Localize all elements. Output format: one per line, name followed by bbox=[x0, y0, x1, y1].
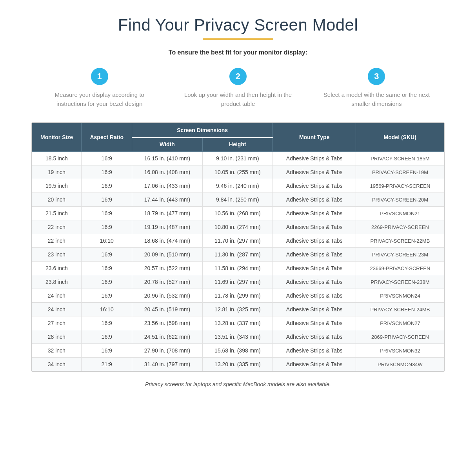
table-row: 22 inch16:919.19 in. (487 mm)10.80 in. (… bbox=[32, 220, 444, 234]
table-cell: Adhesive Strips & Tabs bbox=[273, 262, 356, 275]
product-table-wrapper: Monitor Size Aspect Ratio Screen Dimensi… bbox=[31, 122, 445, 372]
table-cell: 21:9 bbox=[82, 358, 132, 371]
step-1-circle: 1 bbox=[91, 68, 108, 85]
table-cell: 16:9 bbox=[82, 193, 132, 207]
subtitle: To ensure the best fit for your monitor … bbox=[169, 49, 307, 56]
table-row: 21.5 inch16:918.79 in. (477 mm)10.56 in.… bbox=[32, 207, 444, 220]
step-2-circle: 2 bbox=[229, 68, 247, 85]
table-cell: 18.5 inch bbox=[32, 152, 82, 165]
table-cell: PRIVSCNMON32 bbox=[356, 344, 444, 358]
step-1: 1 Measure your display according to inst… bbox=[42, 68, 157, 108]
table-cell: 16:9 bbox=[82, 330, 132, 344]
table-cell: 16:9 bbox=[82, 179, 132, 193]
table-cell: Adhesive Strips & Tabs bbox=[273, 275, 356, 289]
table-cell: PRIVACY-SCREEN-23M bbox=[356, 248, 444, 262]
table-cell: 34 inch bbox=[32, 358, 82, 371]
table-cell: 24 inch bbox=[32, 303, 82, 316]
table-cell: 11.69 in. (297 mm) bbox=[202, 275, 273, 289]
table-cell: Adhesive Strips & Tabs bbox=[273, 234, 356, 248]
table-cell: 11.78 in. (299 mm) bbox=[202, 289, 273, 303]
table-cell: 24.51 in. (622 mm) bbox=[132, 330, 202, 344]
table-cell: 13.28 in. (337 mm) bbox=[202, 316, 273, 330]
table-cell: 20.09 in. (510 mm) bbox=[132, 248, 202, 262]
table-row: 20 inch16:917.44 in. (443 mm)9.84 in. (2… bbox=[32, 193, 444, 207]
table-cell: 23.8 inch bbox=[32, 275, 82, 289]
table-cell: 22 inch bbox=[32, 234, 82, 248]
table-cell: 19 inch bbox=[32, 165, 82, 179]
table-cell: 10.05 in. (255 mm) bbox=[202, 165, 273, 179]
table-cell: 16:9 bbox=[82, 275, 132, 289]
table-cell: 15.68 in. (398 mm) bbox=[202, 344, 273, 358]
table-cell: PRIVACY-SCREEN-238M bbox=[356, 275, 444, 289]
table-cell: 19.5 inch bbox=[32, 179, 82, 193]
table-row: 24 inch16:1020.45 in. (519 mm)12.81 in. … bbox=[32, 303, 444, 316]
table-row: 19.5 inch16:917.06 in. (433 mm)9.46 in. … bbox=[32, 179, 444, 193]
title-divider bbox=[203, 38, 273, 40]
col-header-mount-type: Mount Type bbox=[273, 123, 356, 152]
table-cell: PRIVACY-SCREEN-20M bbox=[356, 193, 444, 207]
table-cell: 11.70 in. (297 mm) bbox=[202, 234, 273, 248]
table-cell: 16:9 bbox=[82, 152, 132, 165]
table-cell: PRIVSCNMON27 bbox=[356, 316, 444, 330]
table-cell: 27 inch bbox=[32, 316, 82, 330]
table-cell: Adhesive Strips & Tabs bbox=[273, 316, 356, 330]
table-cell: 16:9 bbox=[82, 207, 132, 220]
steps-container: 1 Measure your display according to inst… bbox=[42, 68, 434, 108]
table-cell: 13.20 in. (335 mm) bbox=[202, 358, 273, 371]
table-cell: 9.84 in. (250 mm) bbox=[202, 193, 273, 207]
table-cell: Adhesive Strips & Tabs bbox=[273, 330, 356, 344]
table-cell: Adhesive Strips & Tabs bbox=[273, 220, 356, 234]
table-cell: Adhesive Strips & Tabs bbox=[273, 152, 356, 165]
table-cell: 20 inch bbox=[32, 193, 82, 207]
table-row: 18.5 inch16:916.15 in. (410 mm)9.10 in. … bbox=[32, 152, 444, 165]
table-cell: 16:10 bbox=[82, 234, 132, 248]
table-cell: PRIVACY-SCREEN-185M bbox=[356, 152, 444, 165]
step-3-text: Select a model with the same or the next… bbox=[319, 91, 434, 108]
footer-note: Privacy screens for laptops and specific… bbox=[145, 381, 331, 387]
table-cell: 16:10 bbox=[82, 303, 132, 316]
table-cell: 16:9 bbox=[82, 165, 132, 179]
col-header-width: Width bbox=[132, 138, 202, 152]
table-cell: PRIVSCNMON34W bbox=[356, 358, 444, 371]
table-row: 22 inch16:1018.68 in. (474 mm)11.70 in. … bbox=[32, 234, 444, 248]
table-row: 32 inch16:927.90 in. (708 mm)15.68 in. (… bbox=[32, 344, 444, 358]
page-title: Find Your Privacy Screen Model bbox=[118, 16, 358, 35]
table-cell: 23.6 inch bbox=[32, 262, 82, 275]
table-cell: Adhesive Strips & Tabs bbox=[273, 344, 356, 358]
table-row: 27 inch16:923.56 in. (598 mm)13.28 in. (… bbox=[32, 316, 444, 330]
col-header-model-sku: Model (SKU) bbox=[356, 123, 444, 152]
table-cell: 27.90 in. (708 mm) bbox=[132, 344, 202, 358]
table-row: 19 inch16:916.08 in. (408 mm)10.05 in. (… bbox=[32, 165, 444, 179]
table-cell: 19569-PRIVACY-SCREEN bbox=[356, 179, 444, 193]
table-row: 23.8 inch16:920.78 in. (527 mm)11.69 in.… bbox=[32, 275, 444, 289]
table-cell: 19.19 in. (487 mm) bbox=[132, 220, 202, 234]
table-cell: Adhesive Strips & Tabs bbox=[273, 193, 356, 207]
table-cell: 16:9 bbox=[82, 262, 132, 275]
table-cell: PRIVSCNMON21 bbox=[356, 207, 444, 220]
table-cell: 2269-PRIVACY-SCREEN bbox=[356, 220, 444, 234]
table-cell: 23 inch bbox=[32, 248, 82, 262]
table-cell: PRIVACY-SCREEN-24MB bbox=[356, 303, 444, 316]
table-cell: 32 inch bbox=[32, 344, 82, 358]
table-row: 34 inch21:931.40 in. (797 mm)13.20 in. (… bbox=[32, 358, 444, 371]
table-cell: 16:9 bbox=[82, 316, 132, 330]
table-cell: 10.80 in. (274 mm) bbox=[202, 220, 273, 234]
table-cell: 17.06 in. (433 mm) bbox=[132, 179, 202, 193]
col-header-screen-dimensions: Screen Dimensions bbox=[132, 123, 273, 138]
table-cell: 13.51 in. (343 mm) bbox=[202, 330, 273, 344]
table-cell: Adhesive Strips & Tabs bbox=[273, 358, 356, 371]
step-3-circle: 3 bbox=[368, 68, 385, 85]
table-cell: 20.78 in. (527 mm) bbox=[132, 275, 202, 289]
table-row: 23 inch16:920.09 in. (510 mm)11.30 in. (… bbox=[32, 248, 444, 262]
table-cell: 21.5 inch bbox=[32, 207, 82, 220]
table-cell: 9.46 in. (240 mm) bbox=[202, 179, 273, 193]
product-table: Monitor Size Aspect Ratio Screen Dimensi… bbox=[32, 123, 444, 371]
table-cell: PRIVSCNMON24 bbox=[356, 289, 444, 303]
step-2: 2 Look up your width and then height in … bbox=[180, 68, 295, 108]
table-cell: 16:9 bbox=[82, 220, 132, 234]
step-2-text: Look up your width and then height in th… bbox=[180, 91, 295, 108]
table-cell: 20.96 in. (532 mm) bbox=[132, 289, 202, 303]
table-row: 23.6 inch16:920.57 in. (522 mm)11.58 in.… bbox=[32, 262, 444, 275]
table-cell: 28 inch bbox=[32, 330, 82, 344]
table-cell: PRIVACY-SCREEN-22MB bbox=[356, 234, 444, 248]
